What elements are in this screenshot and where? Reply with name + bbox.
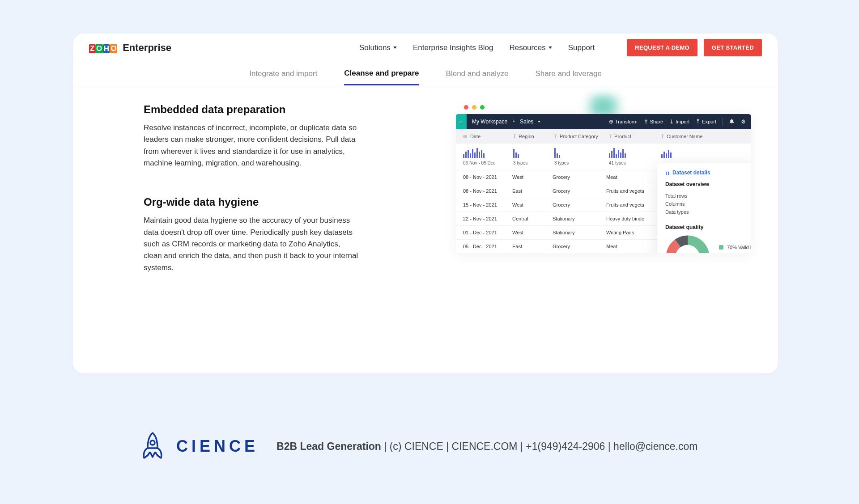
decoration-blur xyxy=(579,95,628,117)
section1-heading: Embedded data preparation xyxy=(144,103,358,116)
sparkline-customer-icon xyxy=(661,146,672,158)
header-bar: ZOHO Enterprise Solutions Enterprise Ins… xyxy=(73,34,778,62)
dataset-details-card: ⫿⫿Dataset details Dataset overview Total… xyxy=(657,163,751,253)
quality-heading: Dataset quality xyxy=(665,224,751,230)
gear-icon: ⚙ xyxy=(741,119,746,125)
expand-dot-icon xyxy=(480,105,485,110)
divider xyxy=(723,118,723,126)
text-icon: T xyxy=(554,134,557,139)
text-icon: T xyxy=(513,134,516,139)
share-label: Share xyxy=(650,119,663,124)
svg-point-5 xyxy=(150,440,155,445)
spark-cat-label: 3 types xyxy=(554,161,569,165)
sub-nav: Integrate and import Cleanse and prepare… xyxy=(73,62,778,86)
overview-types: Data types3 xyxy=(665,208,751,216)
legend: 70% Valid Data 20% Invalid Data 10% Miss… xyxy=(719,245,751,253)
export-icon: ⤒ xyxy=(696,119,700,125)
get-started-button[interactable]: GET STARTED xyxy=(704,39,762,56)
bell-icon: 🔔︎ xyxy=(729,119,735,125)
nav-resources[interactable]: Resources xyxy=(509,43,552,52)
brand-subtitle: Enterprise xyxy=(123,42,171,54)
donut-chart xyxy=(665,235,710,253)
share-icon: ⇪ xyxy=(644,119,648,125)
app-mock: ← My Workspace • Sales ⊕Transform ⇪Share… xyxy=(456,100,751,253)
spark-region-label: 3 types xyxy=(513,161,527,165)
section1-body: Resolve instances of incorrect, incomple… xyxy=(144,122,358,169)
col-region[interactable]: TRegion xyxy=(513,134,553,139)
logo: ZOHO Enterprise xyxy=(89,42,171,54)
col-customer[interactable]: TCustomer Name xyxy=(661,134,719,139)
share-button[interactable]: ⇪Share xyxy=(644,119,663,125)
chevron-down-icon xyxy=(549,47,552,49)
transform-button[interactable]: ⊕Transform xyxy=(609,119,638,125)
cience-logo: CIENCE xyxy=(139,430,259,462)
section2-body: Maintain good data hygiene so the accura… xyxy=(144,215,358,274)
cience-wordmark: CIENCE xyxy=(176,437,259,456)
page-footer: CIENCE B2B Lead Generation | (c) CIENCE … xyxy=(139,430,697,462)
overview-heading: Dataset overview xyxy=(665,181,751,187)
chevron-down-icon xyxy=(393,47,397,49)
app-toolbar: ← My Workspace • Sales ⊕Transform ⇪Share… xyxy=(456,114,751,129)
text-column: Embedded data preparation Resolve instan… xyxy=(144,103,358,274)
sparkline-product-icon xyxy=(609,146,626,158)
tab-blend[interactable]: Blend and analyze xyxy=(446,69,509,79)
import-label: Import xyxy=(676,119,689,124)
bell-button[interactable]: 🔔︎ xyxy=(729,119,735,125)
breadcrumb[interactable]: My Workspace • Sales xyxy=(472,119,540,125)
card-title: ⫿⫿Dataset details xyxy=(665,169,751,176)
chevron-down-icon xyxy=(538,121,540,123)
request-demo-button[interactable]: REQUEST A DEMO xyxy=(627,39,697,56)
overview-rows: Total rows755 xyxy=(665,192,751,200)
square-green-icon xyxy=(719,245,723,250)
rocket-icon xyxy=(139,430,166,462)
nav-solutions[interactable]: Solutions xyxy=(359,43,397,52)
settings-button[interactable]: ⚙ xyxy=(741,119,746,125)
tab-cleanse[interactable]: Cleanse and prepare xyxy=(344,69,419,85)
zoho-logo-mark: ZOHO xyxy=(89,42,117,54)
chart-icon: ⫿⫿ xyxy=(665,170,670,175)
arrow-left-icon: ← xyxy=(458,118,464,125)
sparkline-region-icon xyxy=(513,146,519,158)
export-label: Export xyxy=(702,119,716,124)
import-button[interactable]: ⤓Import xyxy=(669,119,689,125)
sparkline-cat-icon xyxy=(554,146,560,158)
spark-date-label: 06 Nov - 05 Dec xyxy=(463,161,495,165)
breadcrumb-separator-icon: • xyxy=(513,119,515,125)
footer-rest: | (c) CIENCE | CIENCE.COM | +1(949)424-2… xyxy=(381,440,697,452)
transform-icon: ⊕ xyxy=(609,119,613,125)
transform-label: Transform xyxy=(615,119,638,124)
nav-solutions-label: Solutions xyxy=(359,43,391,52)
close-dot-icon xyxy=(464,105,468,110)
toolbar-actions: ⊕Transform ⇪Share ⤓Import ⤒Export 🔔︎ ⚙ xyxy=(609,118,746,126)
text-icon: T xyxy=(609,134,612,139)
breadcrumb-sales: Sales xyxy=(520,119,533,125)
tab-share[interactable]: Share and leverage xyxy=(535,69,601,79)
sparkline-date-icon xyxy=(463,146,485,158)
col-date[interactable]: 📅︎Date xyxy=(463,134,512,139)
main-window: ZOHO Enterprise Solutions Enterprise Ins… xyxy=(73,34,778,373)
calendar-icon: 📅︎ xyxy=(463,134,468,139)
breadcrumb-workspace: My Workspace xyxy=(472,119,507,125)
content-area: Embedded data preparation Resolve instan… xyxy=(73,86,778,283)
spark-product-label: 41 types xyxy=(609,161,626,165)
nav-buttons: REQUEST A DEMO GET STARTED xyxy=(627,39,762,56)
text-icon: T xyxy=(661,134,664,139)
nav-blog[interactable]: Enterprise Insights Blog xyxy=(413,43,493,52)
import-icon: ⤓ xyxy=(669,119,674,125)
analytics-app: ← My Workspace • Sales ⊕Transform ⇪Share… xyxy=(456,114,751,253)
donut-icon xyxy=(665,235,710,253)
col-product[interactable]: TProduct xyxy=(609,134,660,139)
footer-text: B2B Lead Generation | (c) CIENCE | CIENC… xyxy=(276,440,697,453)
export-button[interactable]: ⤒Export xyxy=(696,119,716,125)
col-category[interactable]: TProduct Category xyxy=(554,134,608,139)
quality-chart: 70% Valid Data 20% Invalid Data 10% Miss… xyxy=(665,235,751,253)
table-header: 📅︎Date TRegion TProduct Category TProduc… xyxy=(456,129,751,144)
nav-support[interactable]: Support xyxy=(568,43,595,52)
section2-heading: Org-wide data hygiene xyxy=(144,196,358,208)
back-button[interactable]: ← xyxy=(456,114,467,129)
overview-cols: Columns7 xyxy=(665,200,751,208)
tab-integrate[interactable]: Integrate and import xyxy=(249,69,317,79)
minimize-dot-icon xyxy=(472,105,476,110)
nav-resources-label: Resources xyxy=(509,43,545,52)
primary-nav: Solutions Enterprise Insights Blog Resou… xyxy=(359,39,762,56)
